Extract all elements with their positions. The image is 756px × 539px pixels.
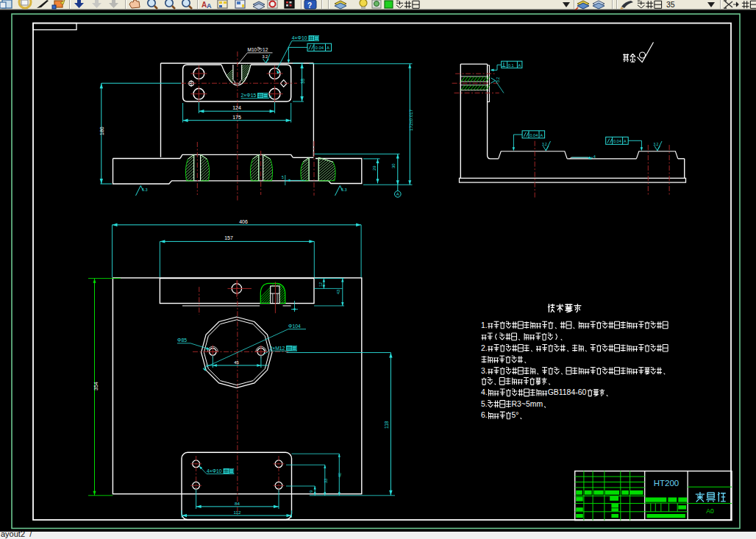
- svg-text:172±0.017: 172±0.017: [408, 109, 413, 131]
- svg-text:3.2: 3.2: [263, 54, 268, 59]
- svg-text:12: 12: [318, 282, 323, 287]
- svg-text:29: 29: [372, 165, 377, 171]
- svg-text:4.: 4.: [481, 388, 488, 396]
- svg-text:A: A: [518, 63, 521, 68]
- svg-text:4: 4: [593, 154, 596, 159]
- svg-text:Φ104: Φ104: [288, 324, 301, 329]
- svg-text:3.2: 3.2: [542, 143, 547, 146]
- svg-text:A0: A0: [706, 507, 714, 515]
- svg-text:A: A: [396, 192, 399, 196]
- svg-text:43: 43: [336, 290, 340, 294]
- svg-text:HT200: HT200: [654, 479, 680, 488]
- svg-text:30: 30: [391, 163, 396, 168]
- svg-text:354: 354: [93, 382, 99, 390]
- svg-text:2×M12: 2×M12: [269, 346, 285, 351]
- svg-text:Φ85: Φ85: [177, 338, 187, 343]
- svg-text:45: 45: [234, 360, 239, 365]
- svg-text:0.04: 0.04: [530, 133, 538, 138]
- svg-text:6.3: 6.3: [341, 188, 347, 192]
- svg-text:0.04: 0.04: [315, 46, 324, 50]
- svg-text:6.: 6.: [481, 411, 488, 419]
- svg-text:5: 5: [282, 175, 284, 179]
- svg-text:40: 40: [338, 473, 342, 477]
- svg-text:175: 175: [232, 115, 241, 120]
- svg-text:33: 33: [324, 479, 328, 483]
- svg-text:A: A: [624, 139, 627, 143]
- svg-text:0.1: 0.1: [508, 63, 514, 68]
- svg-text:2×Φ15: 2×Φ15: [241, 93, 257, 98]
- svg-text:9: 9: [309, 490, 313, 493]
- svg-text:GB1184-60: GB1184-60: [548, 388, 587, 396]
- svg-text:M10: M10: [247, 47, 257, 52]
- svg-text:12: 12: [263, 47, 268, 52]
- svg-text:A: A: [327, 46, 329, 50]
- svg-text:6.3: 6.3: [142, 188, 148, 192]
- svg-text:124: 124: [232, 105, 241, 110]
- svg-text:84: 84: [235, 501, 240, 506]
- svg-text:A: A: [541, 133, 543, 138]
- svg-text:157: 157: [224, 235, 233, 240]
- svg-text:3.2: 3.2: [654, 143, 659, 146]
- svg-text:R3~5mm: R3~5mm: [512, 400, 543, 408]
- svg-text:406: 406: [239, 219, 248, 224]
- svg-text:4×Φ10: 4×Φ10: [207, 468, 222, 474]
- svg-text:2.: 2.: [481, 344, 488, 352]
- svg-text:3.: 3.: [481, 367, 488, 375]
- svg-text:5.: 5.: [481, 400, 488, 408]
- svg-text:0.04: 0.04: [613, 139, 621, 143]
- svg-text:5°: 5°: [512, 411, 519, 419]
- svg-text:1.: 1.: [481, 321, 488, 329]
- svg-text:118: 118: [384, 421, 389, 429]
- svg-text:38: 38: [300, 78, 305, 84]
- svg-text:112: 112: [234, 510, 241, 515]
- svg-text:4×Φ10: 4×Φ10: [292, 35, 307, 40]
- svg-text:180: 180: [99, 126, 104, 135]
